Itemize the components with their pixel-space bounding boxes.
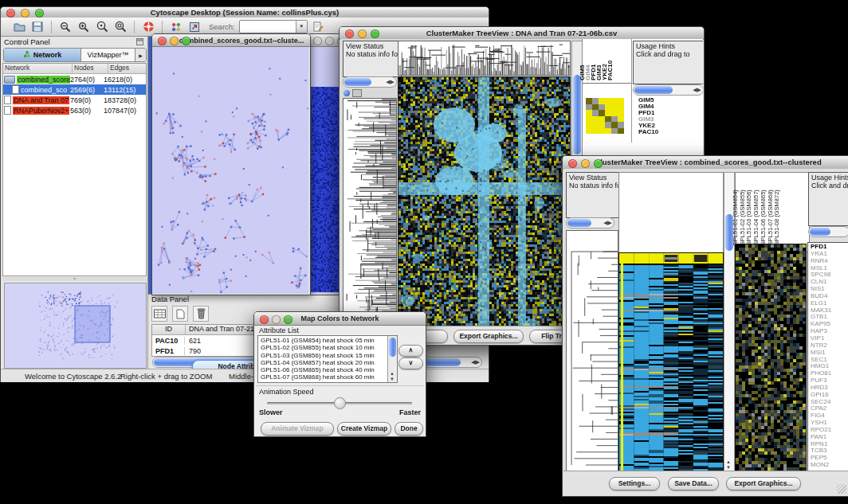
matrix-cell — [611, 110, 618, 116]
network-edges: 16218(0) — [104, 76, 146, 84]
zoom-button[interactable] — [371, 29, 379, 38]
attribute-select-icon[interactable] — [151, 306, 167, 322]
minimize-button[interactable] — [21, 9, 29, 18]
new-attribute-icon[interactable] — [172, 306, 188, 322]
usage-hints-title: Usage Hints — [811, 174, 848, 182]
zoom-button[interactable] — [35, 9, 44, 18]
export-graphics-button[interactable]: Export Graphics... — [453, 330, 524, 343]
minimize-button[interactable] — [170, 37, 179, 45]
usage-hints-scrollbar[interactable]: ◀▶ — [633, 84, 703, 96]
done-button[interactable]: Done — [395, 422, 423, 436]
desktop: Cytoscape Desktop (Session Name: collins… — [0, 0, 848, 504]
matrix-cell — [611, 116, 618, 123]
matrix-cell — [599, 116, 605, 123]
treeview-dna-titlebar[interactable]: ClusterMaker TreeView : DNA and Tran 07-… — [340, 27, 704, 40]
tab-vizmapper[interactable]: VizMapper™ — [81, 49, 135, 61]
treeview-combined-titlebar[interactable]: ClusterMaker TreeView : combined_scores_… — [563, 156, 848, 170]
network-row[interactable]: RNAPuberNov2+563(0)107847(0) — [3, 105, 146, 115]
close-button[interactable] — [6, 9, 15, 18]
matrix-cell — [592, 128, 599, 135]
save-data-button[interactable]: Save Data... — [668, 477, 719, 490]
row-value: 790 — [185, 347, 201, 355]
global-view-icon[interactable] — [344, 90, 350, 96]
network-canvas[interactable] — [152, 47, 308, 294]
correlation-matrix[interactable] — [586, 98, 624, 134]
tab-overflow-arrow[interactable]: ▶ — [135, 49, 146, 61]
usage-hints-message: Click and drag to — [636, 50, 703, 58]
map-colors-titlebar[interactable]: Map Colors to Network — [254, 312, 426, 326]
matrix-cell — [586, 104, 592, 111]
vizmap-shortcut-icon[interactable] — [187, 20, 202, 34]
treeview-combined-title: ClusterMaker TreeView : combined_scores_… — [595, 158, 821, 166]
view-status-title: View Status — [569, 174, 616, 182]
column-dendrogram[interactable] — [398, 41, 571, 76]
attribute-list-item[interactable]: GPL51-06 (GSM865) heat shock 40 min — [258, 366, 387, 373]
usage-hints-scrollbar[interactable] — [808, 226, 848, 237]
main-titlebar[interactable]: Cytoscape Desktop (Session Name: collins… — [1, 7, 489, 18]
array-column-label: GPL51-04 (GSM857) — [753, 189, 760, 246]
search-dropdown-arrow-icon[interactable]: ▾ — [296, 21, 307, 33]
network-row[interactable]: DNA and Tran 07769(0)183728(0) — [3, 95, 146, 105]
gene-list[interactable]: PFD1YRA1RNR4MSL1SPC98CLN1NIS1BUD4ELG1MAK… — [807, 242, 848, 472]
annotation-icon[interactable] — [312, 20, 326, 34]
zoom-out-icon[interactable] — [58, 20, 73, 34]
zoom-selected-icon[interactable] — [95, 20, 109, 34]
move-down-button[interactable]: ∨ — [398, 357, 423, 369]
network-row[interactable]: combined_sco2569(6)13112(15) — [3, 84, 146, 95]
attribute-listbox[interactable]: GPL51-01 (GSM854) heat shock 05 minGPL51… — [257, 335, 398, 383]
network-file-icon — [4, 106, 11, 115]
network-table: Network Nodes Edges combined_scores2764(… — [2, 63, 147, 276]
attribute-list-item[interactable]: GPL51-01 (GSM854) heat shock 05 min — [258, 337, 387, 344]
network-titlebar[interactable]: combined_scores_good.txt--cluste... — [152, 34, 310, 47]
slider-thumb[interactable] — [334, 397, 346, 409]
network-overview-thumbnail[interactable] — [5, 283, 144, 366]
matrix-cell — [618, 98, 624, 104]
attribute-list-item[interactable]: GPL51-07 (GSM868) heat shock 60 min — [258, 373, 387, 381]
create-vizmap-button[interactable]: Create Vizmap — [337, 422, 391, 436]
open-file-icon[interactable] — [12, 20, 26, 34]
minimize-button[interactable] — [272, 315, 281, 324]
network-glyph-icon — [23, 50, 31, 60]
close-button[interactable] — [158, 37, 167, 45]
zoom-in-icon[interactable] — [77, 20, 91, 34]
animate-vizmap-button[interactable]: Animate Vizmap — [261, 422, 334, 436]
attribute-list-item[interactable]: GPL51-03 (GSM856) heat shock 15 min — [258, 352, 387, 359]
attribute-list-item[interactable]: GPL51-04 (GSM857) heat shock 20 min — [258, 359, 387, 366]
panel-splitter[interactable]: • — [2, 277, 147, 281]
delete-attribute-icon[interactable] — [193, 306, 209, 322]
move-up-button[interactable]: ∧ — [398, 345, 423, 357]
close-button[interactable] — [345, 29, 354, 38]
zoom-button[interactable] — [594, 159, 603, 168]
tab-network[interactable]: Network — [4, 49, 81, 61]
close-button[interactable] — [313, 37, 322, 45]
node-palette-icon[interactable] — [169, 20, 183, 34]
export-graphics-button[interactable]: Export Graphics... — [726, 477, 801, 490]
close-button[interactable] — [260, 315, 269, 324]
minimize-button[interactable] — [325, 37, 334, 45]
attribute-list-item[interactable]: GPL51-02 (GSM855) heat shock 10 min — [258, 344, 387, 351]
minimize-button[interactable] — [358, 29, 367, 38]
zoom-fit-icon[interactable] — [113, 20, 128, 34]
network-edges: 183728(0) — [104, 96, 146, 104]
close-button[interactable] — [568, 159, 577, 168]
matrix-cell — [599, 110, 605, 116]
network-name: combined_scores — [17, 76, 70, 84]
zoom-button[interactable] — [182, 37, 190, 45]
zoom-button[interactable] — [284, 315, 292, 324]
row-dendrogram[interactable] — [343, 98, 397, 327]
resize-grip[interactable] — [837, 484, 846, 494]
secondary-heatmap[interactable] — [735, 244, 807, 472]
expression-heatmap[interactable] — [618, 252, 724, 472]
search-combobox[interactable]: ▾ — [239, 20, 308, 33]
expression-heatmap[interactable] — [398, 76, 571, 327]
help-lifesaver-icon[interactable] — [141, 20, 155, 34]
pane-layout-icon[interactable] — [352, 89, 362, 97]
view-status-scrollbar[interactable]: ◀▶ — [566, 217, 614, 229]
gene-dendrogram[interactable] — [566, 230, 618, 472]
view-status-scrollbar[interactable]: ◀▶ — [343, 76, 397, 88]
network-row[interactable]: combined_scores2764(0)16218(0) — [3, 74, 146, 84]
settings-button[interactable]: Settings... — [609, 477, 660, 490]
minimize-button[interactable] — [581, 159, 590, 168]
save-session-icon[interactable] — [30, 20, 45, 34]
attribute-list-scrollbar[interactable]: ▲▼ — [387, 336, 397, 382]
